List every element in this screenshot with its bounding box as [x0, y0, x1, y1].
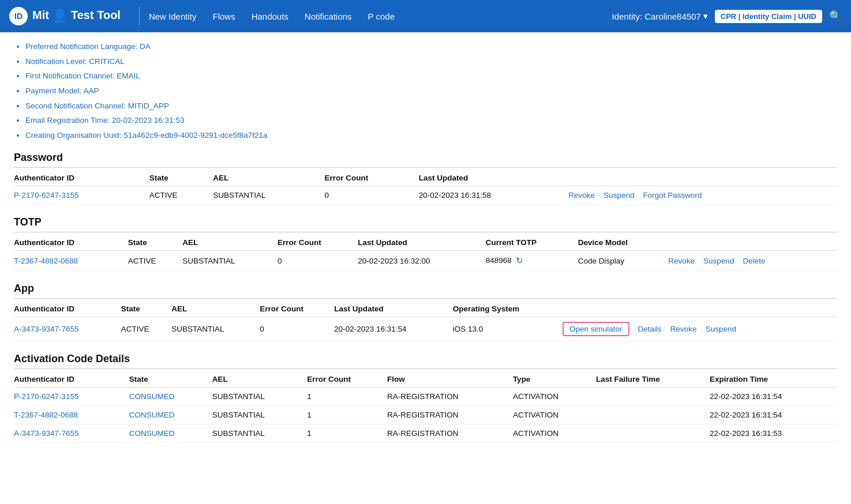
auth-id-link[interactable]: P-2170-6247-3155: [14, 191, 79, 200]
col-type: Type: [513, 369, 596, 388]
list-item: Payment Model: AAP: [25, 84, 837, 99]
delete-link[interactable]: Delete: [743, 257, 765, 265]
password-table: Authenticator ID State AEL Error Count L…: [14, 168, 837, 205]
password-section-title: Password: [14, 152, 837, 164]
col-auth-id: Authenticator ID: [14, 168, 149, 186]
app-section-title: App: [14, 283, 837, 295]
col-last-updated: Last Updated: [334, 299, 452, 317]
auth-id: T-2367-4882-0688: [14, 251, 128, 271]
last-updated: 20-02-2023 16:32:00: [358, 251, 486, 271]
expiration-time: 22-02-2023 16:31:54: [710, 406, 837, 424]
col-state: State: [121, 299, 171, 317]
col-ael: AEL: [182, 232, 278, 251]
error-count: 0: [278, 251, 358, 271]
col-current-totp: Current TOTP: [486, 232, 578, 251]
col-last-failure-time: Last Failure Time: [596, 369, 710, 388]
error-count: 0: [260, 317, 334, 341]
refresh-icon[interactable]: ↻: [516, 255, 523, 265]
table-row: P-2170-6247-3155 CONSUMED SUBSTANTIAL 1 …: [14, 388, 837, 406]
table-header-row: Authenticator ID State AEL Error Count F…: [14, 369, 837, 388]
nav-flows[interactable]: Flows: [212, 9, 235, 24]
nav-pcode[interactable]: P code: [368, 9, 395, 24]
flow: RA-REGISTRATION: [387, 406, 513, 424]
last-failure-time: [596, 406, 710, 424]
list-item: Preferred Notification Language: DA: [25, 39, 837, 54]
expiration-time: 22-02-2023 16:31:53: [710, 424, 837, 443]
current-totp: 848968 ↻: [486, 251, 578, 271]
col-auth-id: Authenticator ID: [14, 369, 129, 388]
nav-handouts[interactable]: Handouts: [252, 9, 288, 24]
cpr-badge[interactable]: CPR | Identity Claim | UUID: [715, 10, 822, 23]
state: ACTIVE: [128, 251, 182, 271]
state: CONSUMED: [129, 406, 212, 424]
identity-selector[interactable]: Identity: Caroline84507 ▾: [612, 11, 708, 21]
table-row: T-2367-4882-0688 CONSUMED SUBSTANTIAL 1 …: [14, 406, 837, 424]
auth-id-link[interactable]: A-3473-9347-7655: [14, 325, 79, 333]
suspend-link[interactable]: Suspend: [703, 257, 734, 265]
col-state: State: [149, 168, 213, 186]
col-last-updated: Last Updated: [419, 168, 569, 186]
revoke-link[interactable]: Revoke: [668, 257, 695, 265]
col-error-count: Error Count: [307, 369, 387, 388]
list-item: Creating Organisation Uuid: 51a462c9-edb…: [25, 128, 837, 143]
ael: SUBSTANTIAL: [171, 317, 260, 341]
ael: SUBSTANTIAL: [212, 388, 308, 406]
col-device-model: Device Model: [578, 232, 669, 251]
error-count: 1: [307, 388, 387, 406]
auth-id: P-2170-6247-3155: [14, 388, 129, 406]
col-error-count: Error Count: [260, 299, 334, 317]
nav-notifications[interactable]: Notifications: [305, 9, 352, 24]
revoke-link[interactable]: Revoke: [568, 191, 595, 200]
chevron-down-icon: ▾: [703, 11, 708, 21]
state: CONSUMED: [129, 388, 212, 406]
details-link[interactable]: Details: [638, 325, 662, 333]
last-failure-time: [596, 424, 710, 443]
ael: SUBSTANTIAL: [182, 251, 278, 271]
brand: ID Mit 👤 Test Tool: [9, 7, 121, 25]
forgot-password-link[interactable]: Forgot Password: [643, 191, 702, 200]
ael: SUBSTANTIAL: [212, 406, 308, 424]
col-ael: AEL: [171, 299, 260, 317]
table-header-row: Authenticator ID State AEL Error Count L…: [14, 299, 837, 317]
type: ACTIVATION: [513, 424, 596, 443]
auth-id-link[interactable]: P-2170-6247-3155: [14, 392, 79, 401]
device-model: Code Display: [578, 251, 669, 271]
type: ACTIVATION: [513, 388, 596, 406]
last-updated: 20-02-2023 16:31:54: [334, 317, 452, 341]
state: ACTIVE: [121, 317, 171, 341]
activation-section-title: Activation Code Details: [14, 353, 837, 365]
col-auth-id: Authenticator ID: [14, 232, 128, 251]
auth-id-link[interactable]: T-2367-4882-0688: [14, 411, 78, 419]
state: CONSUMED: [129, 424, 212, 443]
col-error-count: Error Count: [325, 168, 419, 186]
auth-id-link[interactable]: A-3473-9347-7655: [14, 429, 79, 438]
totp-section-title: TOTP: [14, 216, 837, 228]
col-actions: [568, 168, 837, 186]
nav-right: Identity: Caroline84507 ▾ CPR | Identity…: [612, 10, 842, 23]
suspend-link[interactable]: Suspend: [603, 191, 634, 200]
auth-id: A-3473-9347-7655: [14, 424, 129, 443]
error-count: 1: [307, 424, 387, 443]
state-link: CONSUMED: [129, 392, 175, 401]
main-content: Preferred Notification Language: DA Noti…: [0, 32, 851, 504]
type: ACTIVATION: [513, 406, 596, 424]
flow: RA-REGISTRATION: [387, 388, 513, 406]
info-list: Preferred Notification Language: DA Noti…: [14, 39, 837, 142]
col-ael: AEL: [213, 168, 324, 186]
search-button[interactable]: 🔍: [829, 10, 842, 22]
auth-id-link[interactable]: T-2367-4882-0688: [14, 257, 78, 265]
identity-label: Identity: Caroline84507: [612, 12, 701, 21]
nav-new-identity[interactable]: New Identity: [149, 9, 197, 24]
auth-id: T-2367-4882-0688: [14, 406, 129, 424]
app-table: Authenticator ID State AEL Error Count L…: [14, 299, 837, 341]
last-updated: 20-02-2023 16:31:58: [419, 186, 569, 205]
col-os: Operating System: [453, 299, 563, 317]
error-count: 0: [325, 186, 419, 205]
auth-id: P-2170-6247-3155: [14, 186, 149, 205]
revoke-link[interactable]: Revoke: [670, 325, 697, 333]
brand-text: Mit 👤 Test Tool: [32, 9, 121, 24]
table-header-row: Authenticator ID State AEL Error Count L…: [14, 168, 837, 186]
error-count: 1: [307, 406, 387, 424]
suspend-link[interactable]: Suspend: [706, 325, 736, 333]
open-simulator-button[interactable]: Open simulator: [563, 322, 629, 336]
